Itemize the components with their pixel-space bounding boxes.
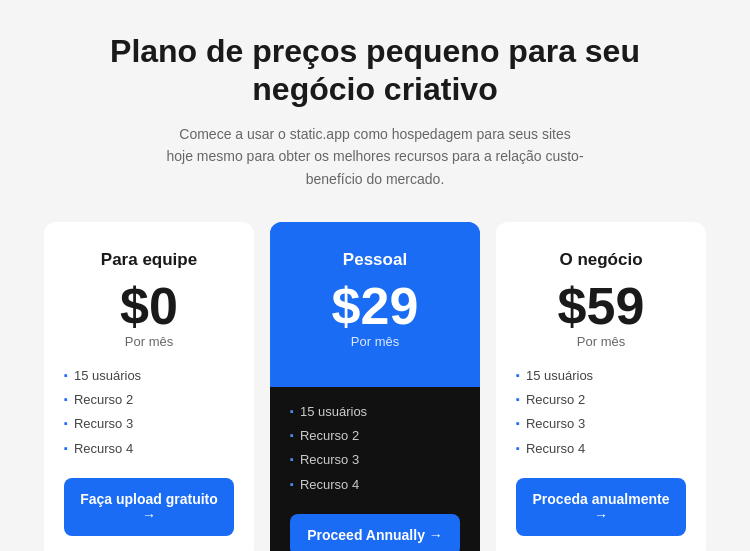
price-amount-personal: $29 [332,280,419,332]
cta-button-business[interactable]: Proceda anualmente → [516,478,686,536]
card-title-team: Para equipe [64,250,234,270]
feature-item: Recurso 3 [290,451,460,469]
pricing-card-business: O negócio $59 Por mês 15 usuáriosRecurso… [496,222,706,551]
page-subtitle: Comece a usar o static.app como hospedag… [165,123,585,190]
features-list-team: 15 usuáriosRecurso 2Recurso 3Recurso 4 [64,367,234,458]
card-price-team: $0 Por mês [64,280,234,349]
price-period-business: Por mês [577,334,625,349]
feature-item: Recurso 2 [64,391,234,409]
cta-button-personal[interactable]: Proceed Annually → [290,514,460,551]
card-price-personal: $29 Por mês [290,280,460,349]
feature-item: Recurso 4 [64,440,234,458]
feature-item: Recurso 4 [516,440,686,458]
feature-item: 15 usuários [64,367,234,385]
price-period-personal: Por mês [351,334,399,349]
feature-item: Recurso 4 [290,476,460,494]
price-amount-team: $0 [120,280,178,332]
price-period-team: Por mês [125,334,173,349]
pricing-cards: Para equipe $0 Por mês 15 usuáriosRecurs… [20,222,730,551]
card-title-business: O negócio [516,250,686,270]
pricing-card-team: Para equipe $0 Por mês 15 usuáriosRecurs… [44,222,254,551]
cta-button-team[interactable]: Faça upload gratuito → [64,478,234,536]
feature-item: 15 usuários [516,367,686,385]
features-list-business: 15 usuáriosRecurso 2Recurso 3Recurso 4 [516,367,686,458]
card-title-personal: Pessoal [290,250,460,270]
card-price-business: $59 Por mês [516,280,686,349]
feature-item: Recurso 2 [516,391,686,409]
price-amount-business: $59 [558,280,645,332]
feature-item: Recurso 3 [64,415,234,433]
feature-item: Recurso 2 [290,427,460,445]
page-title: Plano de preços pequeno para seu negócio… [75,32,675,109]
pricing-card-personal: Pessoal $29 Por mês 15 usuáriosRecurso 2… [270,222,480,551]
page-header: Plano de preços pequeno para seu negócio… [75,32,675,190]
feature-item: 15 usuários [290,403,460,421]
feature-item: Recurso 3 [516,415,686,433]
